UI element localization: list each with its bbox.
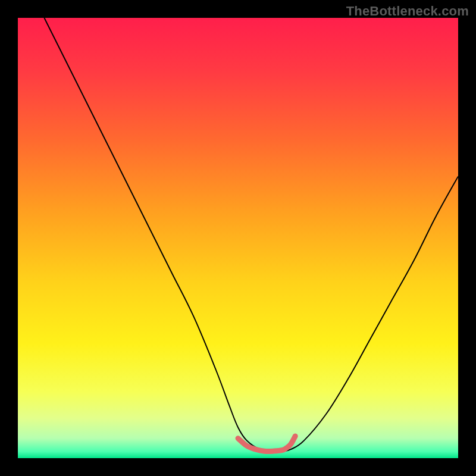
chart-frame: TheBottleneck.com	[0, 0, 476, 476]
watermark-text: TheBottleneck.com	[346, 4, 469, 19]
optimal-band	[238, 436, 295, 451]
chart-curves	[18, 18, 458, 458]
bottleneck-curve	[44, 18, 458, 452]
plot-area	[18, 18, 458, 458]
